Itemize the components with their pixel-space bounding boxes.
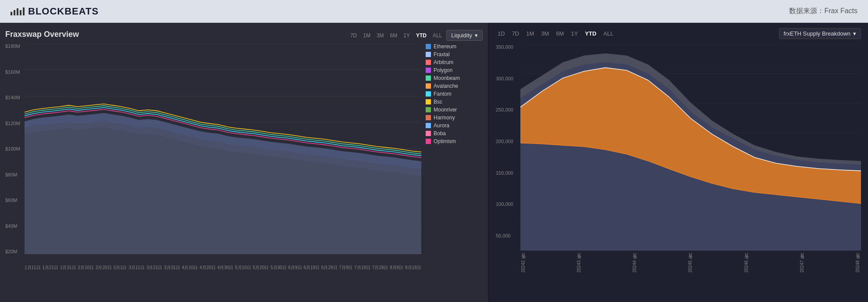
legend-item-bsc: Bsc [426, 99, 483, 105]
right-x-label-6: 2024年8月 [855, 251, 861, 273]
legend-color-arbitrum [426, 60, 431, 65]
right-x-label-5: 2024年7月 [799, 251, 805, 273]
x-label-7: 3月21日 [146, 265, 163, 271]
legend-color-moonriver [426, 107, 431, 112]
main-container: Fraxswap Overview 7D 1M 3M 6M 1Y YTD ALL… [0, 23, 868, 302]
y-label-120: $120M [5, 121, 23, 126]
right-chart-svg-container [520, 44, 861, 251]
legend-label-boba: Boba [434, 130, 446, 137]
supply-breakdown-dropdown[interactable]: frxETH Supply Breakdown ▾ [779, 28, 861, 39]
x-label-17: 6月29日 [321, 265, 338, 271]
supply-breakdown-label: frxETH Supply Breakdown [784, 30, 850, 37]
x-label-4: 2月20日 [96, 265, 112, 271]
legend-label-aurora: Aurora [434, 122, 449, 129]
legend-item-avalanche: Avalanche [426, 83, 483, 89]
legend-color-ethereum [426, 44, 431, 49]
right-time-btn-6m[interactable]: 6M [554, 29, 566, 38]
right-time-btn-7d[interactable]: 7D [510, 29, 521, 38]
time-btn-6m[interactable]: 6M [388, 32, 399, 40]
chevron-down-icon: ▾ [475, 32, 478, 39]
legend-label-bsc: Bsc [434, 99, 442, 105]
left-panel: Fraxswap Overview 7D 1M 3M 6M 1Y YTD ALL… [0, 23, 489, 302]
time-btn-ytd[interactable]: YTD [414, 32, 428, 40]
x-label-11: 4月30日 [217, 265, 234, 271]
x-label-13: 5月20日 [253, 265, 269, 271]
y-label-160: $160M [5, 69, 23, 75]
legend-item-ethereum: Ethereum [426, 43, 483, 50]
right-time-btn-all[interactable]: ALL [601, 29, 615, 38]
logo-bar-2 [14, 10, 15, 15]
legend-label-harmony: Harmony [434, 115, 455, 121]
right-panel: 1D 7D 1M 3M 6M 1Y YTD ALL frxETH Supply … [489, 23, 868, 302]
right-y-label-50k: 50,000 [496, 233, 513, 238]
chart-controls: 7D 1M 3M 6M 1Y YTD ALL Liquidity ▾ [349, 30, 483, 41]
x-label-8: 3月31日 [164, 265, 180, 271]
legend-color-fraxtal [426, 52, 431, 57]
legend-item-moonriver: Moonriver [426, 107, 483, 113]
legend-label-avalanche: Avalanche [434, 83, 458, 89]
left-chart-area: $180M $160M $140M $120M $100M $80M $60M … [5, 43, 483, 263]
x-label-19: 7月19日 [354, 265, 370, 271]
legend-item-aurora: Aurora [426, 122, 483, 129]
right-x-axis: 2024年2月 2024年3月 2024年4月 2024年5月 2024年6月 … [520, 251, 861, 273]
x-label-10: 4月20日 [199, 265, 216, 271]
y-label-100: $100M [5, 146, 23, 151]
x-label-15: 6月9日 [288, 265, 302, 271]
legend-item-fantom: Fantom [426, 91, 483, 97]
right-y-label-250k: 250,000 [496, 107, 513, 112]
time-btn-3m[interactable]: 3M [375, 32, 386, 40]
right-chart-area: 350,000 300,000 250,000 200,000 150,000 … [496, 44, 861, 273]
logo-bar-3 [17, 8, 18, 15]
x-label-12: 5月10日 [235, 265, 251, 271]
y-label-40: $40M [5, 223, 23, 229]
y-label-60: $60M [5, 198, 23, 203]
x-label-14: 5月30日 [270, 265, 287, 271]
right-time-btn-1m[interactable]: 1M [524, 29, 536, 38]
time-btn-1y[interactable]: 1Y [402, 32, 412, 40]
legend-item-harmony: Harmony [426, 115, 483, 121]
legend-item-arbitrum: Arbitrum [426, 59, 483, 65]
legend-label-optimism: Optimism [434, 138, 456, 144]
time-btn-1m[interactable]: 1M [361, 32, 372, 40]
right-y-label-150k: 150,000 [496, 170, 513, 176]
liquidity-label: Liquidity [451, 32, 472, 39]
right-x-label-1: 2024年3月 [576, 251, 582, 273]
x-label-5: 3月1日 [113, 265, 127, 271]
x-label-21: 8月8日 [390, 265, 403, 271]
right-x-label-4: 2024年6月 [743, 251, 750, 273]
legend-color-bsc [426, 99, 431, 104]
y-axis: $180M $160M $140M $120M $100M $80M $60M … [5, 43, 23, 263]
data-source-label: 数据来源：Frax Facts [789, 7, 857, 16]
x-label-3: 2月10日 [78, 265, 94, 271]
right-time-btn-1y[interactable]: 1Y [569, 29, 580, 38]
liquidity-dropdown[interactable]: Liquidity ▾ [446, 30, 483, 41]
legend: Ethereum Fraxtal Arbitrum Polygon Moonbe… [426, 43, 483, 144]
legend-label-fantom: Fantom [434, 91, 452, 97]
logo-icon [11, 7, 25, 15]
legend-item-optimism: Optimism [426, 138, 483, 144]
x-label-6: 3月11日 [128, 265, 145, 271]
left-chart-svg [25, 43, 421, 254]
time-btn-7d[interactable]: 7D [349, 32, 359, 40]
time-btn-all[interactable]: ALL [431, 32, 444, 40]
logo-text: BLOCKBEATS [28, 6, 99, 17]
y-label-20: $20M [5, 249, 23, 254]
y-label-140: $140M [5, 95, 23, 100]
right-time-btn-1d[interactable]: 1D [496, 29, 507, 38]
right-x-label-2: 2024年4月 [632, 251, 638, 273]
legend-item-polygon: Polygon [426, 67, 483, 73]
x-label-22: 8月18日 [405, 265, 421, 271]
right-chart-svg [520, 44, 861, 251]
right-time-btn-ytd[interactable]: YTD [583, 29, 598, 38]
legend-color-aurora [426, 123, 431, 128]
x-label-1: 1月21日 [42, 265, 58, 271]
x-label-20: 7月29日 [372, 265, 388, 271]
logo-bar-5 [23, 7, 25, 15]
legend-color-optimism [426, 139, 431, 144]
left-chart-svg-container [25, 43, 421, 254]
right-time-btn-3m[interactable]: 3M [539, 29, 551, 38]
right-y-label-100k: 100,000 [496, 201, 513, 207]
x-label-0: 1月11日 [25, 265, 41, 271]
right-header: 1D 7D 1M 3M 6M 1Y YTD ALL frxETH Supply … [496, 28, 861, 39]
legend-item-boba: Boba [426, 130, 483, 137]
